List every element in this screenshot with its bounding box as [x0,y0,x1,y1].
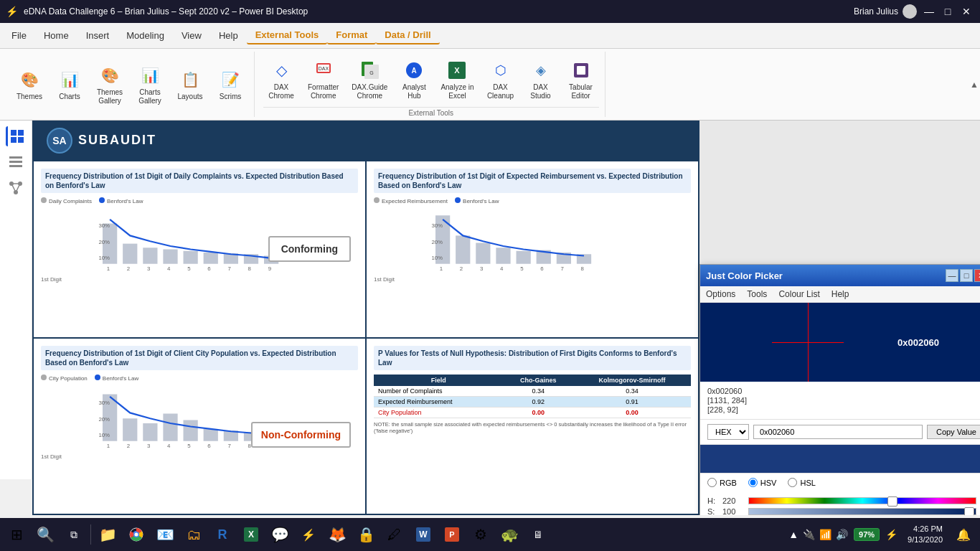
taskbar-desktop[interactable]: 🖥 [524,521,552,548]
taskbar-windows-explorer[interactable]: 🗂 [180,521,207,548]
ribbon-dax-studio[interactable]: ◈ DAXStudio [523,56,559,103]
dialog-menu-help[interactable]: Help [831,289,849,299]
taskbar-lock[interactable]: 🔒 [352,521,380,548]
svg-text:3: 3 [480,265,484,272]
taskbar-excel[interactable]: X [237,521,265,548]
svg-text:8: 8 [581,265,585,272]
sidebar-data-view[interactable] [6,152,26,172]
taskbar-arrow[interactable]: ▲ [788,529,798,540]
copy-value-button[interactable]: Copy Value [927,425,980,439]
taskbar-firefox[interactable]: 🦊 [324,521,351,548]
taskbar-sound[interactable]: 🔊 [836,529,848,540]
color-hex-display: 0x002060 [844,303,980,382]
chart-xaxis-label-2: 1st Digit [374,276,691,283]
taskbar-time: 4:26 PM 9/13/2020 [903,524,947,546]
dialog-menu-tools[interactable]: Tools [747,289,767,299]
dialog-maximize-button[interactable]: □ [960,269,973,282]
ribbon-dax-cleanup[interactable]: ⬡ DAXCleanup [483,56,519,103]
dax-cleanup-icon: ⬡ [489,59,512,82]
taskbar-pen[interactable]: 🖊 [381,521,408,548]
taskbar-outlook[interactable]: 📧 [151,521,179,548]
taskbar-word[interactable]: W [410,521,437,548]
ribbon-tabular-editor[interactable]: TabularEditor [563,56,599,103]
taskbar-skype[interactable]: 💬 [266,521,293,548]
close-button[interactable]: ✕ [958,4,974,19]
svg-text:10%: 10% [98,432,110,438]
ribbon-analyst-hub[interactable]: A AnalystHub [396,56,432,103]
menu-external-tools[interactable]: External Tools [247,27,328,44]
menu-format[interactable]: Format [327,27,376,44]
taskbar-powerpoint[interactable]: P [438,521,466,548]
taskbar-chrome[interactable] [123,521,150,548]
svg-text:DAX: DAX [318,66,329,71]
menu-help[interactable]: Help [210,27,247,44]
mode-rgb[interactable]: RGB [707,478,737,487]
menu-data-drill[interactable]: Data / Drill [376,27,439,44]
avatar[interactable] [903,4,917,19]
svg-text:9: 9 [268,265,271,272]
h-slider-track[interactable] [748,497,976,504]
ribbon-scrims[interactable]: 📝 Scrims [212,65,248,104]
taskbar-turbine[interactable]: 🐢 [496,521,523,548]
color-crosshair[interactable] [772,303,844,382]
ribbon-charts[interactable]: 📊 Charts [52,65,88,104]
s-slider-track[interactable] [748,508,976,515]
layouts-icon: 📋 [179,68,202,91]
menu-modeling[interactable]: Modeling [118,27,173,44]
sidebar-model-view[interactable] [6,178,26,198]
chart-card-1: Frequency Distribution of 1st Digit of D… [34,161,365,337]
taskbar-notification[interactable]: 🔔 [950,521,977,548]
menu-view[interactable]: View [173,27,210,44]
mode-hsl[interactable]: HSL [788,478,815,487]
taskbar-power-bi[interactable]: ⚡ [295,521,322,548]
ribbon-collapse-button[interactable]: ▲ [969,78,980,91]
ribbon-formatter-chrome[interactable]: DAX FormatterChrome [303,56,343,103]
taskbar-usb[interactable]: 🔌 [803,529,815,540]
radio-hsl[interactable] [788,478,797,487]
menu-home[interactable]: Home [35,27,77,44]
h-slider-thumb[interactable] [887,496,897,507]
svg-text:5: 5 [520,265,524,272]
svg-text:20%: 20% [98,415,110,422]
mode-hsv[interactable]: HSV [748,478,777,487]
ribbon-themes[interactable]: 🎨 Themes [11,65,47,104]
start-button[interactable]: ⊞ [3,521,30,548]
dialog-menu-options[interactable]: Options [706,289,735,299]
ribbon-dax-chrome[interactable]: ◇ DAXChrome [263,56,299,103]
taskbar-r[interactable]: R [209,521,236,548]
menu-file[interactable]: File [3,27,35,44]
taskbar-file-explorer[interactable]: 📁 [94,521,121,548]
menu-insert[interactable]: Insert [77,27,118,44]
ribbon-analyze-excel[interactable]: X Analyze inExcel [436,56,478,103]
svg-text:6: 6 [207,442,211,448]
maximize-button[interactable]: □ [940,4,956,19]
ribbon-themes-gallery[interactable]: 🎨 ThemesGallery [92,61,128,108]
format-select[interactable]: HEX RGB HSV [707,424,749,440]
dialog-title: Just Color Picker [706,270,783,281]
minimize-button[interactable]: — [921,4,937,19]
ribbon-layouts[interactable]: 📋 Layouts [172,65,208,104]
hex-input[interactable] [753,425,923,439]
svg-point-89 [135,533,138,537]
dialog-minimize-button[interactable]: — [946,269,958,282]
ribbon-dax-guide[interactable]: G DAX.GuideChrome [347,56,392,103]
color-preview-large [700,303,772,382]
radio-hsv[interactable] [748,478,758,487]
chart-xaxis-label-3: 1st Digit [41,453,358,460]
taskbar-bolt[interactable]: ⚡ [885,529,897,540]
dialog-menu-colour-list[interactable]: Colour List [778,289,819,299]
ribbon-charts-gallery[interactable]: 📊 ChartsGallery [132,61,168,108]
taskbar-wifi[interactable]: 📶 [819,529,831,540]
search-button[interactable]: 🔍 [32,521,59,548]
dialog-close-button[interactable]: ✕ [974,269,980,282]
themes-icon: 🎨 [18,68,41,91]
radio-rgb[interactable] [707,478,717,487]
task-view-button[interactable]: ⧉ [60,521,88,548]
taskbar-separator [90,524,91,545]
charts-icon: 📊 [58,68,81,91]
logo-text: SUBAUDIT [78,133,156,148]
sidebar-report-view[interactable] [6,126,26,146]
field-population: City Population [374,407,503,418]
s-slider-thumb[interactable] [964,507,974,515]
taskbar-settings[interactable]: ⚙ [467,521,494,548]
